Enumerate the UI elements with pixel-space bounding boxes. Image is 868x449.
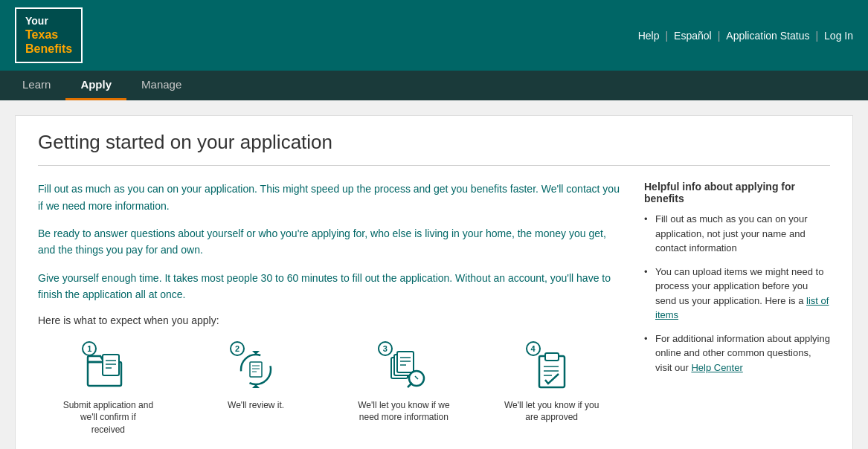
step-4-icon-wrap: 4 [526,341,578,393]
sep1: | [665,30,668,42]
sidebar-item-3: For additional information about applyin… [644,332,830,375]
expect-text: Here is what to expect when you apply: [38,314,622,326]
main-left: Fill out as much as you can on your appl… [38,181,622,436]
paragraph-3: Give yourself enough time. It takes most… [38,270,622,303]
logo-benefits: Benefits [25,42,72,56]
help-link[interactable]: Help [638,30,660,42]
main-layout: Fill out as much as you can on your appl… [38,181,830,436]
divider [38,165,830,166]
step-1-icon-wrap: 1 [82,341,134,393]
header: Your Texas Benefits Help | Español | App… [0,0,868,71]
sidebar-title: Helpful info about applying for benefits [644,181,830,204]
application-status-link[interactable]: Application Status [726,30,809,42]
step-1: 1 Submit application andwe'll con [38,341,179,436]
help-center-link[interactable]: Help Center [691,362,742,373]
step-3-label: We'll let you know if weneed more inform… [358,399,449,424]
step-3-number: 3 [378,341,393,356]
sidebar: Helpful info about applying for benefits… [644,181,830,436]
step-4: 4 W [481,341,622,436]
paragraph-1: Fill out as much as you can on your appl… [38,181,622,214]
sidebar-list: Fill out as much as you can on your appl… [644,212,830,375]
step-1-number: 1 [82,341,97,356]
step-2-icon-wrap: 2 [230,341,282,393]
svg-rect-12 [397,352,414,372]
page-title: Getting started on your application [38,131,830,154]
header-nav: Help | Español | Application Status | Lo… [638,30,853,42]
nav-apply[interactable]: Apply [65,71,126,100]
svg-rect-1 [103,355,119,375]
list-of-items-link[interactable]: list of items [655,295,829,321]
step-1-label: Submit application andwe'll confirm ifre… [63,399,153,436]
step-2: 2 We'll review it. [186,341,327,436]
logo-your: Your [25,15,72,28]
sidebar-item-2: You can upload items we might need to pr… [644,265,830,323]
svg-rect-6 [250,362,262,377]
nav-bar: Learn Apply Manage [0,71,868,100]
sidebar-item-1: Fill out as much as you can on your appl… [644,212,830,256]
step-3: 3 [334,341,475,436]
logo-texas: Texas [25,28,72,42]
nav-learn[interactable]: Learn [7,71,65,100]
logo[interactable]: Your Texas Benefits [15,7,83,63]
steps-row: 1 Submit application andwe'll con [38,341,622,436]
espanol-link[interactable]: Español [674,30,712,42]
step-2-label: We'll review it. [228,399,284,412]
sep3: | [815,30,818,42]
step-2-number: 2 [230,341,245,356]
login-link[interactable]: Log In [824,30,853,42]
sep2: | [718,30,721,42]
step-4-number: 4 [526,341,541,356]
step-4-label: We'll let you know if youare approved [504,399,599,424]
step-3-icon-wrap: 3 [378,341,430,393]
content-wrapper: Getting started on your application Fill… [15,115,853,449]
svg-line-17 [408,383,412,387]
svg-rect-20 [545,353,559,361]
nav-manage[interactable]: Manage [126,71,196,100]
paragraph-2: Be ready to answer questions about yours… [38,225,622,259]
